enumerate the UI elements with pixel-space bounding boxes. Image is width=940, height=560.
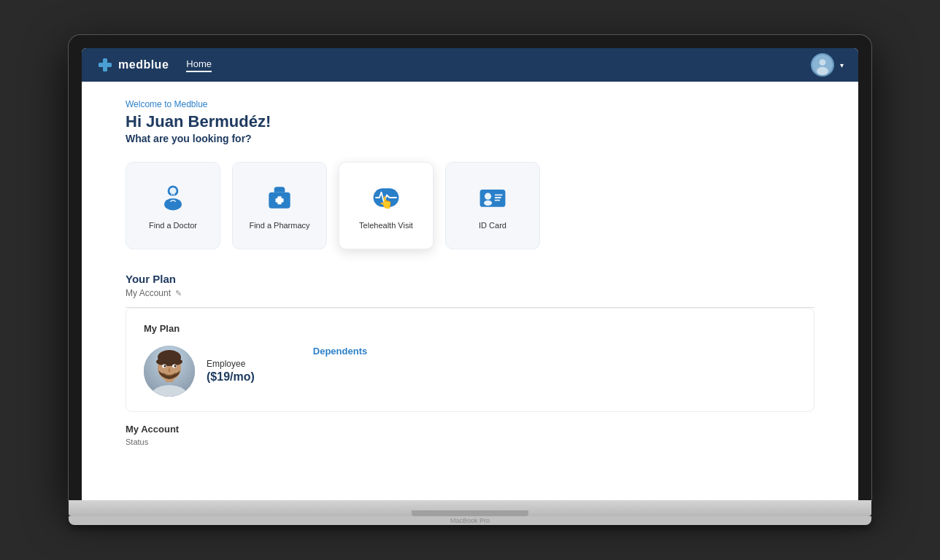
- member-cost: ($19/mo): [207, 370, 255, 384]
- my-account-link-text: My Account: [126, 288, 171, 298]
- welcome-text: Welcome to Medblue: [126, 99, 814, 109]
- macbook-model: MacBook Pro: [450, 517, 490, 524]
- greeting-text: Hi Juan Bermudéz!: [126, 112, 814, 131]
- telehealth-card[interactable]: Telehealth Visit 👆: [339, 162, 434, 249]
- status-row: Status: [126, 438, 814, 446]
- svg-point-24: [156, 357, 182, 366]
- my-account-link[interactable]: My Account ✎: [126, 288, 814, 298]
- plan-member: Employee ($19/mo): [144, 346, 255, 397]
- screen-bezel: medblue Home: [69, 35, 871, 500]
- svg-point-27: [164, 365, 166, 368]
- dependents-section: Dependents: [284, 346, 367, 357]
- svg-point-28: [174, 365, 177, 368]
- brand-name: medblue: [118, 58, 169, 71]
- svg-rect-1: [99, 63, 112, 67]
- plan-content: Employee ($19/mo) Dependents: [144, 346, 796, 397]
- find-doctor-label: Find a Doctor: [149, 221, 197, 230]
- plan-section: Your Plan My Account ✎ My Plan: [126, 273, 814, 446]
- logo-icon: [96, 56, 114, 74]
- id-card-label: ID Card: [479, 221, 506, 230]
- svg-rect-17: [495, 197, 501, 198]
- pharmacy-icon: [263, 182, 296, 214]
- plan-card-title: My Plan: [144, 323, 796, 334]
- dependents-title: Dependents: [313, 346, 367, 357]
- member-person-svg: [144, 346, 195, 397]
- macbook-frame: medblue Home: [69, 35, 871, 525]
- member-type: Employee: [207, 359, 255, 369]
- subtitle-text: What are you looking for?: [126, 133, 814, 144]
- svg-rect-11: [276, 198, 284, 203]
- member-photo-inner: [144, 346, 195, 397]
- macbook-base: [69, 500, 871, 516]
- find-pharmacy-label: Find a Pharmacy: [249, 221, 309, 230]
- avatar[interactable]: [811, 53, 834, 77]
- svg-point-15: [484, 201, 492, 206]
- id-card-card[interactable]: ID Card: [445, 162, 540, 249]
- navbar-left: medblue Home: [96, 56, 212, 74]
- plan-section-title: Your Plan: [126, 273, 814, 285]
- screen: medblue Home: [82, 48, 858, 500]
- home-nav-link[interactable]: Home: [186, 58, 212, 72]
- my-account-section-title: My Account: [126, 424, 814, 435]
- navbar: medblue Home: [82, 48, 858, 82]
- avatar-image: [812, 55, 833, 75]
- find-pharmacy-card[interactable]: Find a Pharmacy: [232, 162, 327, 249]
- main-content: Welcome to Medblue Hi Juan Bermudéz! Wha…: [82, 82, 858, 464]
- telehealth-label: Telehealth Visit: [359, 221, 413, 230]
- macbook-bottom-bar: MacBook Pro: [69, 516, 871, 525]
- svg-rect-16: [495, 194, 503, 195]
- dropdown-arrow-icon[interactable]: ▾: [840, 61, 844, 69]
- svg-point-8: [172, 194, 174, 197]
- user-avatar-svg: [812, 53, 833, 77]
- doctor-icon: [157, 182, 189, 214]
- edit-icon: ✎: [175, 289, 182, 298]
- status-label: Status: [126, 438, 148, 446]
- action-cards-row: Find a Doctor Find a Pharmacy: [126, 162, 814, 249]
- member-photo: [144, 346, 195, 397]
- svg-point-14: [485, 193, 491, 200]
- logo: medblue: [96, 56, 169, 74]
- plan-card: My Plan: [126, 308, 814, 412]
- navbar-right: ▾: [811, 53, 844, 77]
- svg-rect-18: [495, 200, 500, 201]
- svg-point-7: [169, 187, 176, 194]
- id-card-icon: [477, 182, 509, 214]
- member-info: Employee ($19/mo): [207, 359, 255, 384]
- cursor-indicator: 👆: [379, 195, 393, 209]
- svg-point-4: [817, 67, 828, 76]
- find-doctor-card[interactable]: Find a Doctor: [126, 162, 220, 249]
- my-account-bottom-section: My Account Status: [126, 424, 814, 446]
- svg-rect-13: [480, 190, 506, 207]
- svg-point-3: [820, 59, 826, 66]
